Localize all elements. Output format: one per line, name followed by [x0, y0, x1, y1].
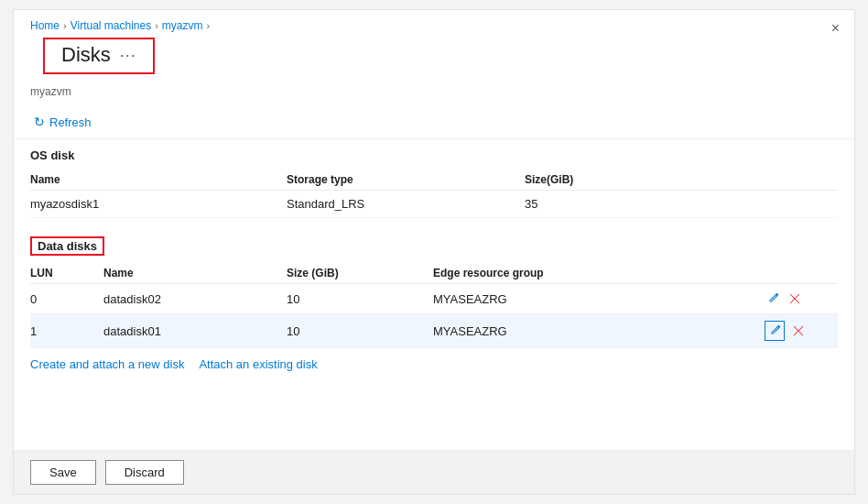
- disk-action-links: Create and attach a new disk Attach an e…: [30, 348, 838, 378]
- more-options-icon[interactable]: ···: [120, 46, 136, 65]
- data-col-actions: [765, 267, 838, 279]
- discard-button[interactable]: Discard: [105, 460, 184, 485]
- separator-1: ›: [63, 20, 67, 31]
- data-disks-header: LUN Name Size (GiB) Edge resource group: [30, 263, 838, 284]
- save-button[interactable]: Save: [30, 460, 96, 485]
- data-col-size: Size (GiB): [287, 267, 433, 279]
- data-disk-row-0: 0 datadisk02 10 MYASEAZRG: [30, 284, 838, 314]
- delete-icon: [788, 292, 801, 305]
- disk1-delete-button[interactable]: [790, 323, 807, 339]
- attach-existing-disk-link[interactable]: Attach an existing disk: [199, 357, 317, 371]
- footer: Save Discard: [14, 450, 854, 494]
- os-disk-row: myazosdisk1 Standard_LRS 35: [30, 191, 838, 218]
- disk1-resource-group: MYASEAZRG: [433, 324, 765, 338]
- content-area: OS disk Name Storage type Size(GiB) myaz…: [14, 148, 854, 450]
- disk1-edit-button[interactable]: [765, 321, 785, 341]
- os-col-storage: Storage type: [287, 173, 525, 186]
- create-attach-disk-link[interactable]: Create and attach a new disk: [30, 357, 184, 371]
- pencil-icon: [766, 292, 779, 305]
- subtitle: myazvm: [14, 85, 854, 107]
- disk1-size: 10: [287, 324, 433, 338]
- breadcrumb-home[interactable]: Home: [30, 19, 60, 32]
- disk0-resource-group: MYASEAZRG: [433, 292, 765, 306]
- disk0-edit-button[interactable]: [765, 290, 781, 307]
- os-disk-title: OS disk: [30, 148, 838, 162]
- breadcrumb: Home › Virtual machines › myazvm ›: [14, 10, 854, 38]
- disk0-delete-button[interactable]: [787, 290, 803, 307]
- disk1-lun: 1: [30, 324, 103, 338]
- os-disk-size: 35: [525, 197, 838, 211]
- disk0-name[interactable]: datadisk02: [103, 292, 287, 306]
- data-disk-row-1: 1 datadisk01 10 MYASEAZRG: [30, 314, 838, 348]
- data-col-resource-group: Edge resource group: [433, 267, 765, 279]
- separator-3: ›: [207, 20, 211, 31]
- data-disks-title: Data disks: [30, 236, 104, 256]
- header-box: Disks ···: [43, 38, 155, 74]
- refresh-icon: ↻: [34, 115, 45, 129]
- data-col-name: Name: [103, 267, 287, 279]
- disk0-size: 10: [287, 292, 433, 306]
- delete-icon: [792, 324, 805, 337]
- toolbar: ↻ Refresh: [14, 107, 854, 139]
- os-col-size: Size(GiB): [525, 173, 838, 186]
- close-button[interactable]: ×: [831, 21, 840, 36]
- disk1-actions: [765, 321, 838, 341]
- refresh-label: Refresh: [49, 115, 92, 129]
- disk1-name[interactable]: datadisk01: [103, 324, 287, 338]
- refresh-button[interactable]: ↻ Refresh: [30, 113, 95, 131]
- os-disk-storage-type: Standard_LRS: [287, 197, 525, 211]
- main-panel: Home › Virtual machines › myazvm › Disks…: [13, 9, 855, 495]
- data-col-lun: LUN: [30, 267, 103, 279]
- disk0-actions: [765, 290, 838, 307]
- separator-2: ›: [155, 20, 158, 31]
- data-disks-section: Data disks LUN Name Size (GiB) Edge reso…: [30, 236, 838, 378]
- breadcrumb-vm[interactable]: myazvm: [162, 19, 203, 32]
- disk0-lun: 0: [30, 292, 103, 306]
- os-col-name: Name: [30, 173, 287, 186]
- os-disk-name[interactable]: myazosdisk1: [30, 197, 287, 211]
- breadcrumb-vms[interactable]: Virtual machines: [71, 19, 152, 32]
- os-disk-section: OS disk Name Storage type Size(GiB) myaz…: [30, 148, 838, 218]
- pencil-icon: [768, 324, 781, 337]
- os-disk-header: Name Storage type Size(GiB): [30, 170, 838, 191]
- page-title: Disks: [61, 43, 111, 67]
